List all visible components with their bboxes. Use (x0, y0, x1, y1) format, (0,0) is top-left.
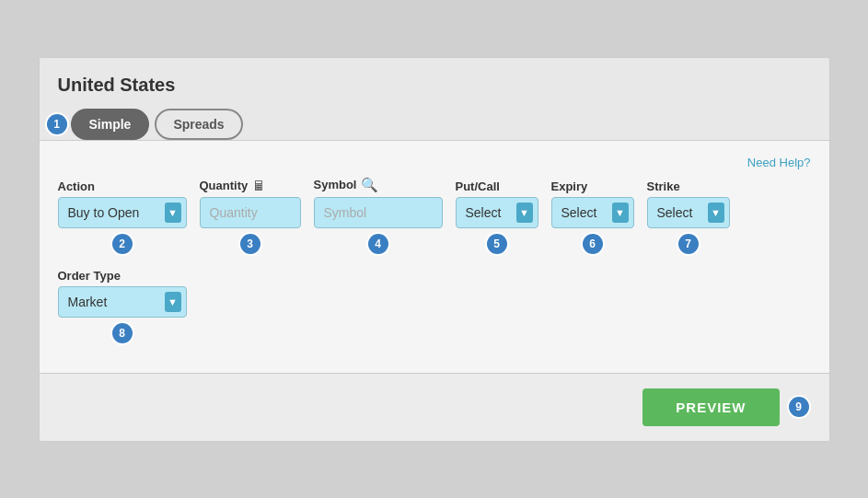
quantity-input[interactable] (200, 197, 301, 228)
badge-1: 1 (47, 114, 67, 134)
action-select[interactable]: Buy to Open Sell to Close Buy to Close S… (58, 197, 187, 228)
badge-7: 7 (678, 234, 699, 254)
tab-spreads[interactable]: Spreads (155, 109, 242, 140)
order-type-select[interactable]: Market Limit Stop (58, 286, 187, 318)
quantity-label: Quantity (200, 179, 249, 192)
badge-6: 6 (583, 234, 603, 254)
badge-4: 4 (368, 234, 388, 254)
page-title: United States (58, 75, 811, 96)
symbol-label: Symbol (314, 178, 357, 191)
need-help-link[interactable]: Need Help? (58, 156, 811, 169)
strike-select[interactable]: Select (647, 197, 730, 228)
putcall-select[interactable]: Select Call Put (456, 197, 538, 228)
tab-simple[interactable]: Simple (71, 109, 150, 140)
expiry-select[interactable]: Select (551, 197, 634, 228)
badge-5: 5 (487, 234, 507, 254)
badge-3: 3 (240, 234, 260, 254)
calculator-icon[interactable]: 🖩 (252, 179, 265, 193)
badge-2: 2 (112, 234, 133, 254)
badge-9: 9 (789, 397, 809, 417)
search-icon[interactable]: 🔍 (361, 177, 378, 193)
action-label: Action (58, 180, 187, 193)
expiry-label: Expiry (551, 180, 634, 193)
strike-label: Strike (647, 180, 730, 193)
putcall-label: Put/Call (456, 180, 538, 193)
symbol-input[interactable] (314, 197, 443, 228)
badge-8: 8 (112, 323, 133, 343)
preview-button[interactable]: PREVIEW (642, 388, 779, 426)
order-type-label: Order Type (58, 269, 187, 283)
